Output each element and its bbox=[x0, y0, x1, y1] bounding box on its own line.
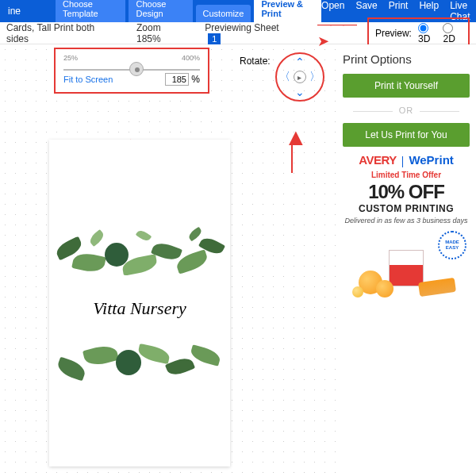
main-area: 25% 400% Fit to Screen % Rotate: ⌃ ⌄ bbox=[0, 44, 476, 476]
avery-weprint-logo: AVERY WePrint bbox=[343, 153, 470, 167]
rotate-down-icon[interactable]: ⌄ bbox=[295, 86, 305, 98]
rotate-left-icon[interactable]: 〈 bbox=[279, 71, 290, 82]
tab-choose-design[interactable]: Choose Design bbox=[129, 0, 192, 22]
sheet-number-badge[interactable]: 1 bbox=[208, 33, 221, 44]
card-preview[interactable]: Vitta Nursery bbox=[49, 140, 230, 466]
tab-choose-template[interactable]: Choose Template bbox=[56, 0, 125, 22]
fit-to-screen-link[interactable]: Fit to Screen bbox=[63, 75, 113, 84]
rotate-right-icon[interactable]: 〉 bbox=[309, 71, 321, 82]
preview-3d-radio[interactable] bbox=[418, 23, 428, 33]
or-divider: OR bbox=[343, 106, 470, 115]
limited-offer-text: Limited Time Offer bbox=[343, 171, 470, 179]
rotate-annotation-circle: ⌃ ⌄ 〈 〉 ▸ bbox=[275, 52, 324, 102]
zoom-label: Zoom 185% bbox=[136, 22, 181, 44]
tab-preview-print[interactable]: Preview & Print bbox=[254, 0, 321, 22]
print-options-panel: Print Options Print it Yourself OR Let U… bbox=[336, 44, 476, 476]
avery-word: AVERY bbox=[359, 153, 397, 167]
zoom-percent-suffix: % bbox=[191, 74, 200, 85]
annotation-arrow-up-icon: ▲ bbox=[284, 124, 308, 151]
canvas-area: 25% 400% Fit to Screen % Rotate: ⌃ ⌄ bbox=[0, 44, 336, 476]
preview-2d-radio[interactable] bbox=[443, 23, 453, 33]
preview-mode-toggle: Preview: 3D 2D bbox=[367, 17, 470, 48]
toolbar: Cards, Tall Print both sides Zoom 185% P… bbox=[0, 22, 476, 44]
rotate-control-group: Rotate: ⌃ ⌄ 〈 〉 ▸ bbox=[240, 52, 324, 102]
zoom-slider[interactable] bbox=[63, 65, 200, 67]
let-us-print-button[interactable]: Let Us Print for You bbox=[343, 123, 470, 147]
preview-2d-option[interactable]: 2D bbox=[443, 21, 462, 44]
zoom-value: 185% bbox=[136, 33, 161, 44]
made-easy-seal-icon: MADE EASY bbox=[438, 231, 466, 259]
print-options-heading: Print Options bbox=[343, 52, 470, 66]
workflow-tabs: Choose Template Choose Design Customize … bbox=[56, 0, 321, 22]
promo-image: MADE EASY bbox=[343, 229, 470, 301]
rotate-up-icon[interactable]: ⌃ bbox=[295, 56, 305, 67]
card-title: Vitta Nursery bbox=[49, 298, 230, 319]
print-yourself-button[interactable]: Print it Yourself bbox=[343, 74, 470, 98]
zoom-max: 400% bbox=[182, 54, 200, 62]
foliage-bottom-art bbox=[49, 334, 230, 391]
preview-label: Preview: bbox=[375, 28, 412, 39]
zoom-input[interactable] bbox=[165, 73, 189, 86]
weprint-word: WePrint bbox=[409, 153, 453, 167]
rotate-pad: ⌃ ⌄ 〈 〉 ▸ bbox=[280, 57, 320, 97]
logo-divider-icon bbox=[402, 156, 403, 167]
truncated-label: ine bbox=[5, 6, 24, 17]
rotate-label: Rotate: bbox=[240, 56, 271, 67]
discount-percent: 10% OFF bbox=[343, 181, 470, 203]
promo-orange-icon bbox=[376, 280, 393, 298]
product-desc: Cards, Tall Print both sides bbox=[6, 22, 105, 44]
delivery-text: Delivered in as few as 3 business days bbox=[343, 217, 470, 225]
custom-printing-text: CUSTOM PRINTING bbox=[343, 203, 470, 214]
foliage-top-art bbox=[49, 225, 230, 284]
zoom-slider-thumb[interactable] bbox=[129, 62, 144, 76]
tab-customize[interactable]: Customize bbox=[196, 5, 251, 22]
promo-block: Limited Time Offer 10% OFF CUSTOM PRINTI… bbox=[343, 171, 470, 301]
rotate-play-icon[interactable]: ▸ bbox=[294, 71, 306, 83]
zoom-panel: 25% 400% Fit to Screen % bbox=[54, 48, 209, 94]
previewing-label: Previewing Sheet 1 bbox=[205, 22, 286, 44]
promo-label-roll-icon bbox=[418, 278, 456, 297]
promo-orange-icon bbox=[352, 286, 363, 298]
zoom-min: 25% bbox=[63, 54, 78, 62]
preview-3d-option[interactable]: 3D bbox=[418, 21, 437, 44]
promo-box-icon bbox=[389, 250, 424, 286]
